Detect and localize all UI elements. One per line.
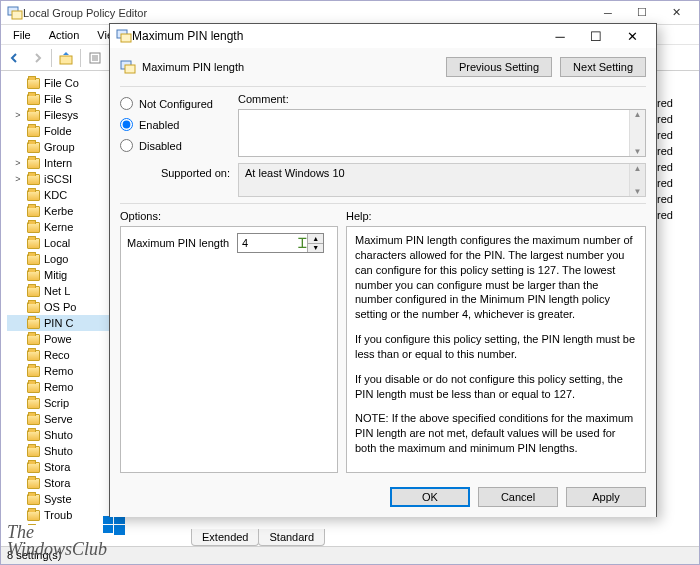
- tree-item-label: Mitig: [44, 269, 67, 281]
- minimize-button[interactable]: ─: [591, 3, 625, 23]
- cancel-button[interactable]: Cancel: [478, 487, 558, 507]
- tree-item-label: Scrip: [44, 397, 69, 409]
- tree-item-label: OS Po: [44, 301, 76, 313]
- folder-icon: [27, 126, 40, 137]
- expand-icon[interactable]: >: [13, 174, 23, 184]
- spinner-up-button[interactable]: ▲: [308, 234, 323, 244]
- previous-setting-button[interactable]: Previous Setting: [446, 57, 552, 77]
- comment-scrollbar[interactable]: ▲▼: [629, 110, 645, 156]
- ok-button[interactable]: OK: [390, 487, 470, 507]
- folder-icon: [27, 286, 40, 297]
- radio-not-configured[interactable]: Not Configured: [120, 97, 230, 110]
- svg-rect-2: [60, 56, 72, 64]
- folder-icon: [27, 334, 40, 345]
- expand-icon[interactable]: >: [13, 110, 23, 120]
- menu-file[interactable]: File: [5, 27, 39, 43]
- dialog-icon: [116, 28, 132, 44]
- help-box[interactable]: Maximum PIN length configures the maximu…: [346, 226, 646, 473]
- folder-icon: [27, 350, 40, 361]
- tree-item-label: File Co: [44, 77, 79, 89]
- tree-item-label: Troub: [44, 509, 72, 521]
- svg-rect-14: [125, 65, 135, 73]
- folder-icon: [27, 222, 40, 233]
- folder-icon: [27, 366, 40, 377]
- tree-item-label: Logo: [44, 253, 68, 265]
- properties-button[interactable]: [85, 48, 105, 68]
- view-tabs: Extended Standard: [191, 529, 324, 546]
- app-icon: [7, 5, 23, 21]
- close-button[interactable]: ✕: [659, 3, 693, 23]
- tab-extended[interactable]: Extended: [191, 529, 259, 546]
- svg-rect-7: [103, 516, 113, 524]
- tree-item-label: Shuto: [44, 429, 73, 441]
- tree-item-label: Syste: [44, 493, 72, 505]
- tree-item-label: Reco: [44, 349, 70, 361]
- tree-item-label: Powe: [44, 333, 72, 345]
- policy-icon: [120, 59, 136, 75]
- expand-icon[interactable]: >: [13, 158, 23, 168]
- dialog-title: Maximum PIN length: [132, 29, 542, 43]
- svg-rect-10: [114, 525, 125, 535]
- folder-icon: [27, 206, 40, 217]
- dialog-minimize-button[interactable]: ─: [542, 24, 578, 48]
- radio-enabled[interactable]: Enabled: [120, 118, 230, 131]
- pin-length-spinner[interactable]: Ꮖ ▲ ▼: [237, 233, 324, 253]
- supported-box: At least Windows 10 ▲▼: [238, 163, 646, 197]
- apply-button[interactable]: Apply: [566, 487, 646, 507]
- folder-icon: [27, 254, 40, 265]
- folder-icon: [27, 382, 40, 393]
- folder-icon: [27, 446, 40, 457]
- tree-item-label: Net L: [44, 285, 70, 297]
- folder-icon: [27, 94, 40, 105]
- pin-length-input[interactable]: [238, 234, 298, 252]
- windows-logo-icon: [103, 514, 125, 536]
- spinner-down-button[interactable]: ▼: [308, 244, 323, 253]
- folder-icon: [27, 414, 40, 425]
- dialog-close-button[interactable]: ✕: [614, 24, 650, 48]
- main-window: Local Group Policy Editor ─ ☐ ✕ File Act…: [0, 0, 700, 565]
- tree-item-label: File S: [44, 93, 72, 105]
- tree-item-label: Group: [44, 141, 75, 153]
- menu-action[interactable]: Action: [41, 27, 88, 43]
- text-cursor-icon: Ꮖ: [298, 234, 307, 252]
- supported-scrollbar[interactable]: ▲▼: [629, 164, 645, 196]
- radio-disabled[interactable]: Disabled: [120, 139, 230, 152]
- tree-item-label: Kerbe: [44, 205, 73, 217]
- folder-icon: [27, 78, 40, 89]
- up-button[interactable]: [56, 48, 76, 68]
- folder-icon: [27, 110, 40, 121]
- folder-icon: [27, 142, 40, 153]
- option-label: Maximum PIN length: [127, 237, 229, 249]
- help-label: Help:: [346, 210, 646, 222]
- folder-icon: [27, 270, 40, 281]
- folder-icon: [27, 174, 40, 185]
- folder-icon: [27, 318, 40, 329]
- tree-item-label: Shuto: [44, 445, 73, 457]
- folder-icon: [27, 510, 40, 521]
- folder-icon: [27, 158, 40, 169]
- svg-rect-9: [103, 525, 113, 533]
- folder-icon: [27, 494, 40, 505]
- maximize-button[interactable]: ☐: [625, 3, 659, 23]
- comment-textarea[interactable]: ▲▼: [238, 109, 646, 157]
- forward-button[interactable]: [27, 48, 47, 68]
- supported-label: Supported on:: [120, 163, 230, 179]
- tree-item-label: Filesys: [44, 109, 78, 121]
- folder-icon: [27, 190, 40, 201]
- tab-standard[interactable]: Standard: [258, 529, 325, 546]
- tree-item-label: Serve: [44, 413, 73, 425]
- comment-label: Comment:: [238, 93, 646, 105]
- tree-item-label: KDC: [44, 189, 67, 201]
- state-radios: Not Configured Enabled Disabled: [120, 93, 230, 157]
- folder-icon: [27, 398, 40, 409]
- svg-rect-12: [121, 34, 131, 42]
- options-label: Options:: [120, 210, 338, 222]
- dialog-maximize-button[interactable]: ☐: [578, 24, 614, 48]
- dialog-titlebar: Maximum PIN length ─ ☐ ✕: [110, 24, 656, 48]
- folder-icon: [27, 302, 40, 313]
- tree-item-label: Local: [44, 237, 70, 249]
- next-setting-button[interactable]: Next Setting: [560, 57, 646, 77]
- dialog-subtitle: Maximum PIN length: [142, 61, 244, 73]
- main-title: Local Group Policy Editor: [23, 7, 591, 19]
- back-button[interactable]: [5, 48, 25, 68]
